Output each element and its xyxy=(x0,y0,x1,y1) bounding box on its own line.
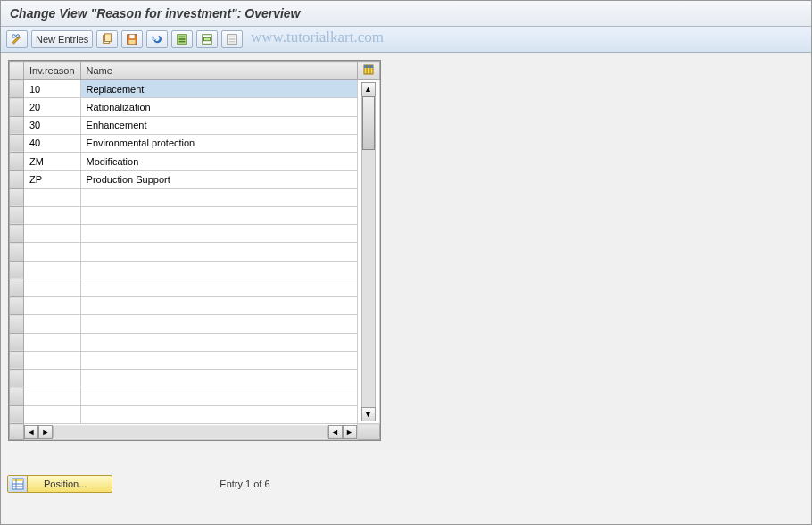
name-input[interactable] xyxy=(85,281,353,294)
cell-name[interactable] xyxy=(80,188,357,206)
cell-reason[interactable] xyxy=(24,315,81,333)
hscroll-left-button[interactable]: ◄ xyxy=(24,425,38,439)
vertical-scrollbar[interactable]: ▲▼ xyxy=(357,80,379,424)
reason-input[interactable] xyxy=(28,281,77,294)
undo-button[interactable] xyxy=(146,30,168,48)
hscroll-step-left2-button[interactable]: ◄ xyxy=(328,425,343,439)
reason-input[interactable] xyxy=(28,318,77,330)
cell-name[interactable] xyxy=(80,370,357,388)
name-input[interactable] xyxy=(85,263,353,276)
cell-name[interactable] xyxy=(80,134,357,152)
name-input[interactable] xyxy=(85,101,353,113)
reason-input[interactable] xyxy=(28,372,77,385)
cell-name[interactable] xyxy=(80,315,357,333)
reason-input[interactable] xyxy=(28,354,77,366)
copy-button[interactable] xyxy=(96,30,118,48)
cell-name[interactable] xyxy=(80,225,357,243)
toggle-change-button[interactable] xyxy=(6,30,28,48)
cell-name[interactable] xyxy=(80,261,357,279)
reason-input[interactable] xyxy=(28,246,77,258)
name-input[interactable] xyxy=(85,119,353,131)
name-input[interactable] xyxy=(85,354,353,366)
name-input[interactable] xyxy=(85,173,353,186)
reason-input[interactable] xyxy=(28,336,77,348)
row-selector[interactable] xyxy=(10,153,24,171)
row-selector-header[interactable] xyxy=(10,62,24,80)
cell-reason[interactable] xyxy=(24,188,81,206)
cell-name[interactable] xyxy=(80,153,357,171)
row-selector[interactable] xyxy=(10,388,24,405)
deselect-all-button[interactable] xyxy=(221,30,243,48)
cell-name[interactable] xyxy=(80,279,357,296)
reason-input[interactable] xyxy=(28,173,77,186)
cell-name[interactable] xyxy=(80,333,357,351)
reason-input[interactable] xyxy=(28,228,77,240)
cell-reason[interactable] xyxy=(24,206,81,224)
name-input[interactable] xyxy=(85,390,353,403)
row-selector[interactable] xyxy=(10,351,24,369)
cell-reason[interactable] xyxy=(24,279,81,296)
reason-input[interactable] xyxy=(28,390,77,403)
cell-reason[interactable] xyxy=(24,370,81,388)
cell-reason[interactable] xyxy=(24,225,81,243)
reason-input[interactable] xyxy=(28,300,77,312)
reason-input[interactable] xyxy=(28,408,77,421)
cell-name[interactable] xyxy=(80,243,357,261)
reason-input[interactable] xyxy=(28,137,77,149)
cell-reason[interactable] xyxy=(24,297,81,315)
row-selector[interactable] xyxy=(10,333,24,351)
column-header-name[interactable]: Name xyxy=(80,62,357,80)
cell-reason[interactable] xyxy=(24,116,81,134)
name-input[interactable] xyxy=(85,300,353,312)
horizontal-scrollbar[interactable]: ◄ ► ◄ ► xyxy=(24,424,358,440)
hscroll-step-right-button[interactable]: ► xyxy=(38,425,53,439)
row-selector[interactable] xyxy=(10,225,24,243)
cell-reason[interactable] xyxy=(24,405,81,424)
select-block-button[interactable] xyxy=(196,30,218,48)
row-selector[interactable] xyxy=(10,297,24,315)
row-selector[interactable] xyxy=(10,279,24,296)
vscroll-track[interactable] xyxy=(361,96,376,407)
name-input[interactable] xyxy=(85,191,353,204)
cell-name[interactable] xyxy=(80,388,357,405)
name-input[interactable] xyxy=(85,372,353,385)
row-selector[interactable] xyxy=(10,315,24,333)
cell-name[interactable] xyxy=(80,206,357,224)
name-input[interactable] xyxy=(85,137,353,149)
select-all-button[interactable] xyxy=(171,30,193,48)
reason-input[interactable] xyxy=(28,191,77,204)
cell-name[interactable] xyxy=(80,405,357,424)
row-selector[interactable] xyxy=(10,206,24,224)
reason-input[interactable] xyxy=(28,209,77,221)
name-input[interactable] xyxy=(85,155,353,168)
cell-reason[interactable] xyxy=(24,80,81,98)
row-selector[interactable] xyxy=(10,98,24,116)
cell-name[interactable] xyxy=(80,80,357,98)
name-input[interactable] xyxy=(85,318,353,330)
row-selector[interactable] xyxy=(10,116,24,134)
position-button[interactable]: Position... xyxy=(7,475,112,493)
cell-reason[interactable] xyxy=(24,243,81,261)
cell-reason[interactable] xyxy=(24,388,81,405)
vscroll-up-button[interactable]: ▲ xyxy=(361,82,376,96)
row-selector[interactable] xyxy=(10,261,24,279)
reason-input[interactable] xyxy=(28,263,77,276)
reason-input[interactable] xyxy=(28,101,77,113)
cell-reason[interactable] xyxy=(24,261,81,279)
cell-name[interactable] xyxy=(80,351,357,369)
name-input[interactable] xyxy=(85,228,353,240)
cell-name[interactable] xyxy=(80,98,357,116)
row-selector[interactable] xyxy=(10,134,24,152)
cell-reason[interactable] xyxy=(24,333,81,351)
cell-reason[interactable] xyxy=(24,351,81,369)
column-header-reason[interactable]: Inv.reason xyxy=(24,62,81,80)
new-entries-button[interactable]: New Entries xyxy=(31,30,93,48)
cell-name[interactable] xyxy=(80,116,357,134)
cell-name[interactable] xyxy=(80,171,357,188)
row-selector[interactable] xyxy=(10,370,24,388)
name-input[interactable] xyxy=(85,209,353,221)
vscroll-down-button[interactable]: ▼ xyxy=(361,407,376,421)
hscroll-right-button[interactable]: ► xyxy=(343,425,357,439)
row-selector[interactable] xyxy=(10,80,24,98)
reason-input[interactable] xyxy=(28,155,77,168)
